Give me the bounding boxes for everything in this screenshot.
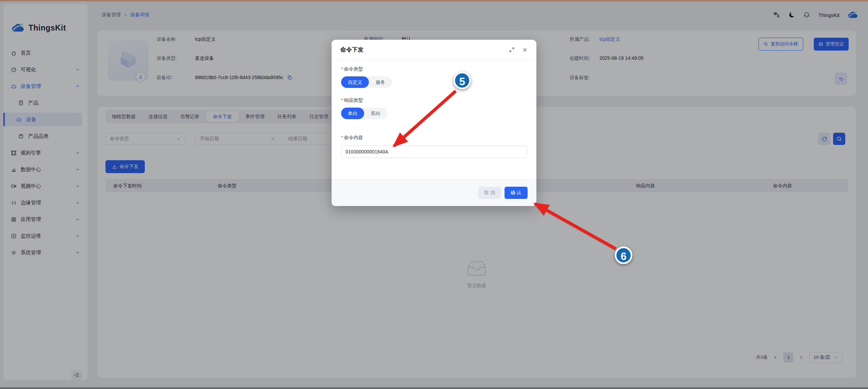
command-content-label: *命令内容 (341, 135, 527, 141)
response-type-label: *响应类型 (341, 97, 527, 104)
required-marker: * (341, 135, 343, 140)
command-type-option-service[interactable]: 服务 (369, 76, 392, 88)
required-marker: * (341, 66, 343, 72)
response-type-segment: 单向 双向 (341, 108, 387, 119)
modal-body: *命令类型 自定义 服务 *响应类型 单向 双向 *命令内容 (332, 66, 536, 158)
annotation-badge-6: 6 (615, 246, 632, 264)
command-type-label: *命令类型 (341, 66, 527, 72)
response-type-option-twoway[interactable]: 双向 (364, 108, 387, 119)
command-content-input[interactable] (341, 146, 527, 158)
close-icon[interactable] (522, 47, 528, 53)
command-type-option-custom[interactable]: 自定义 (341, 76, 369, 88)
command-type-segment: 自定义 服务 (341, 76, 392, 88)
annotation-badge-5: 5 (453, 72, 471, 89)
command-delivery-modal: 命令下发 *命令类型 自定义 服务 *响应类型 单向 双向 *命令内容 (332, 40, 536, 206)
modal-footer: 取 消 确 认 (332, 179, 536, 206)
confirm-button[interactable]: 确 认 (505, 187, 528, 199)
required-marker: * (341, 97, 343, 103)
response-type-option-oneway[interactable]: 单向 (341, 108, 364, 119)
modal-title: 命令下发 (340, 46, 363, 54)
modal-header: 命令下发 (332, 40, 536, 60)
fullscreen-icon[interactable] (509, 47, 515, 53)
cancel-button[interactable]: 取 消 (478, 187, 501, 199)
